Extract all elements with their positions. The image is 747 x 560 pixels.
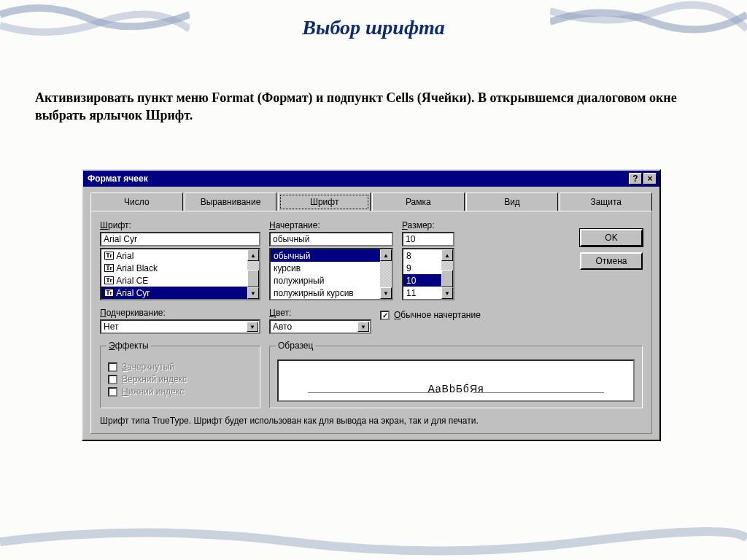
checkbox-icon [108,387,117,397]
tab-number[interactable]: Число [90,192,183,211]
scroll-down-icon[interactable]: ▼ [247,287,259,299]
list-item[interactable]: 8 [403,249,441,262]
hint-text: Шрифт типа TrueType. Шрифт будет использ… [100,416,643,426]
sample-legend: Образец [276,341,315,351]
list-item[interactable]: 9 [403,262,441,274]
scrollbar[interactable]: ▲ ▼ [441,249,453,299]
font-input[interactable]: Arial Cyr [100,232,260,246]
size-input[interactable]: 10 [402,232,454,246]
underline-label: Подчеркивание: [100,308,260,318]
normal-font-checkbox[interactable]: ✓ Обычное начертание [380,310,481,320]
checkbox-icon [108,362,117,372]
style-label: Начертание: [269,220,393,230]
slide-body-text: Активизировать пункт меню Format (Формат… [35,89,712,125]
slide-title: Выбор шрифта [0,16,747,39]
tab-protection[interactable]: Защита [560,192,652,211]
tab-font[interactable]: Шрифт [278,192,371,211]
tab-strip: Число Выравнивание Шрифт Рамка Вид Защит… [90,192,652,211]
font-label: Шрифт: [100,220,260,230]
list-item[interactable]: курсив [271,262,380,274]
tab-patterns[interactable]: Вид [466,192,559,211]
list-item[interactable]: полужирный курсив [271,287,380,299]
size-listbox[interactable]: 8 9 10 11 ▲ ▼ [402,248,454,300]
preview-box: AaBbБбЯя [277,359,635,402]
size-label: Размер: [402,220,454,230]
color-combo[interactable]: Авто ▼ [269,319,371,334]
effects-group: Эффекты Зачеркнутый Верхний индекс Нижни… [100,346,260,408]
help-button[interactable]: ? [629,173,642,184]
scrollbar[interactable]: ▲ ▼ [247,249,259,299]
truetype-icon: Tr [104,289,114,297]
truetype-icon: Tr [104,276,114,284]
ok-button[interactable]: OK [580,229,643,246]
checkbox-icon [108,375,117,384]
scroll-down-icon[interactable]: ▼ [441,287,453,299]
tab-border[interactable]: Рамка [372,192,465,211]
truetype-icon: Tr [104,252,114,260]
style-input[interactable]: обычный [269,232,393,246]
strikethrough-checkbox[interactable]: Зачеркнутый [108,362,252,372]
chevron-down-icon[interactable]: ▼ [357,322,369,332]
list-item[interactable]: обычный [271,249,380,262]
close-button[interactable]: × [643,173,657,184]
format-cells-dialog: Формат ячеек ? × Число Выравнивание Шриф… [82,169,661,441]
style-listbox[interactable]: обычный курсив полужирный полужирный кур… [269,248,393,300]
truetype-icon: Tr [104,264,114,272]
underline-combo[interactable]: Нет ▼ [100,319,260,334]
superscript-checkbox[interactable]: Верхний индекс [108,374,252,384]
scroll-down-icon[interactable]: ▼ [380,287,392,299]
list-item[interactable]: полужирный [271,274,380,287]
scroll-up-icon[interactable]: ▲ [247,249,259,261]
list-item[interactable]: TrArial Black [101,262,247,274]
scroll-up-icon[interactable]: ▲ [441,249,453,261]
dialog-title: Формат ячеек [88,174,148,184]
list-item[interactable]: 11 [403,287,441,299]
list-item[interactable]: TrArial CE [101,274,247,287]
chevron-down-icon[interactable]: ▼ [247,322,258,332]
checkbox-icon: ✓ [380,311,390,320]
scrollbar[interactable]: ▲ ▼ [380,249,392,299]
font-listbox[interactable]: TrArial TrArial Black TrArial CE TrArial… [100,248,260,300]
titlebar[interactable]: Формат ячеек ? × [83,171,659,187]
scroll-up-icon[interactable]: ▲ [380,249,392,261]
color-label: Цвет: [269,308,371,318]
cancel-button[interactable]: Отмена [580,252,643,270]
tab-panel: Шрифт: Arial Cyr TrArial TrArial Black T… [90,211,652,434]
list-item[interactable]: TrArial Cyr [101,287,247,299]
tab-alignment[interactable]: Выравнивание [185,192,277,211]
sample-group: Образец AaBbБбЯя [269,346,643,408]
effects-legend: Эффекты [107,341,151,351]
subscript-checkbox[interactable]: Нижний индекс [108,386,252,397]
list-item[interactable]: 10 [403,274,441,287]
list-item[interactable]: TrArial [101,249,247,262]
